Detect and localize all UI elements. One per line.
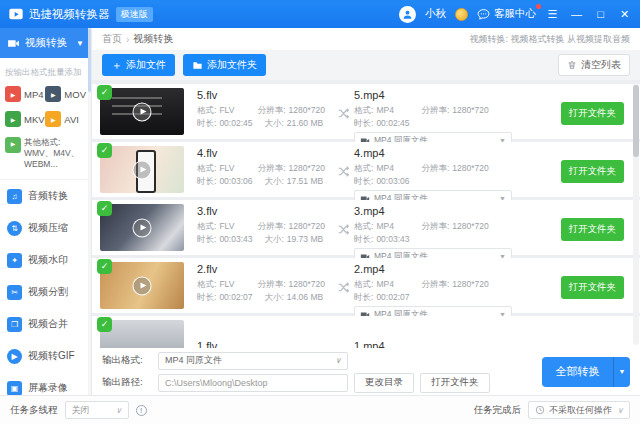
open-folder-button[interactable]: 打开文件夹 bbox=[561, 276, 625, 299]
check-icon[interactable]: ✓ bbox=[97, 85, 112, 100]
sidebar-item-video-to-gif[interactable]: ▶ 视频转GIF bbox=[0, 340, 91, 372]
value: FLV bbox=[219, 162, 254, 175]
close-icon[interactable]: ✕ bbox=[617, 8, 632, 21]
sidebar-item-video-watermark[interactable]: ✦ 视频水印 bbox=[0, 244, 91, 276]
shuffle-arrows-icon bbox=[332, 107, 354, 120]
label: 时长: bbox=[354, 117, 373, 130]
sidebar-scrollbar[interactable] bbox=[88, 28, 91, 395]
statusbar: 任务多线程 关闭 ∨ ! 任务完成后 不采取任何操作 ∨ bbox=[0, 395, 640, 424]
check-icon[interactable]: ✓ bbox=[97, 317, 112, 332]
sidebar-item-video-compress[interactable]: ⇅ 视频压缩 bbox=[0, 212, 91, 244]
on-complete-select[interactable]: 不采取任何操作 ∨ bbox=[528, 401, 630, 419]
video-merge-icon: ❒ bbox=[7, 317, 22, 332]
label: 分辨率: bbox=[258, 220, 286, 233]
breadcrumb-separator: › bbox=[126, 34, 129, 45]
label: 大小: bbox=[264, 175, 283, 188]
play-icon[interactable] bbox=[133, 102, 152, 121]
label: 分辨率: bbox=[421, 278, 449, 291]
user-avatar[interactable] bbox=[399, 6, 416, 23]
list-scrollbar[interactable] bbox=[633, 83, 639, 345]
label: 格式: bbox=[197, 278, 216, 291]
value: 1280*720 bbox=[289, 162, 325, 175]
value: 21.60 MB bbox=[287, 117, 323, 130]
app-window: 迅捷视频转换器 极速版 小秋 客服中心 ☰ — □ ✕ 视频转换 ▼ 按输出格式… bbox=[0, 0, 640, 424]
sidebar-item-audio-convert[interactable]: ♫ 音频转换 bbox=[0, 180, 91, 212]
check-icon[interactable]: ✓ bbox=[97, 201, 112, 216]
sidebar-item-label: 屏幕录像 bbox=[28, 381, 68, 395]
scrollbar-thumb[interactable] bbox=[633, 85, 639, 157]
menu-icon[interactable]: ☰ bbox=[545, 8, 560, 21]
breadcrumb-home[interactable]: 首页 bbox=[102, 32, 122, 46]
format-shortcut-other[interactable]: ▶ 其他格式: WMV、M4V、WEBM... bbox=[0, 127, 91, 170]
notification-dot-icon bbox=[536, 4, 541, 9]
breadcrumb-current: 视频转换 bbox=[133, 32, 173, 46]
add-folder-button[interactable]: 添加文件夹 bbox=[183, 54, 266, 76]
value: 00:02:45 bbox=[219, 117, 261, 130]
target-file-name: 4.mp4 bbox=[354, 146, 522, 160]
other-format-file-icon: ▶ bbox=[5, 137, 21, 153]
service-center-button[interactable]: 客服中心 bbox=[477, 7, 536, 21]
label: 时长: bbox=[197, 233, 216, 246]
batch-add-hint: 按输出格式批量添加 bbox=[0, 58, 91, 82]
format-label: MP4 bbox=[24, 89, 44, 100]
target-file-name: 2.mp4 bbox=[354, 262, 522, 276]
open-folder-button[interactable]: 打开文件夹 bbox=[561, 102, 625, 125]
video-thumbnail bbox=[100, 88, 184, 135]
info-icon[interactable]: ! bbox=[136, 405, 147, 416]
output-path-field[interactable]: C:\Users\Mloong\Desktop bbox=[158, 374, 348, 392]
video-thumbnail bbox=[100, 146, 184, 193]
avi-file-icon: ▶ bbox=[45, 111, 61, 127]
vip-coin-icon[interactable] bbox=[455, 8, 468, 21]
sidebar-item-label: 视频压缩 bbox=[28, 221, 68, 235]
open-folder-button[interactable]: 打开文件夹 bbox=[561, 218, 625, 241]
value: 00:03:06 bbox=[219, 175, 261, 188]
label: 大小: bbox=[264, 233, 283, 246]
maximize-icon[interactable]: □ bbox=[593, 8, 608, 20]
open-output-folder-button[interactable]: 打开文件夹 bbox=[420, 373, 490, 393]
check-icon[interactable]: ✓ bbox=[97, 259, 112, 274]
file-row: ✓ 2.flv 格式:FLV分辨率:1280*720 时长:00:02:07大小… bbox=[92, 258, 640, 313]
value: MP4 bbox=[376, 104, 418, 117]
source-file-name: 1.flv bbox=[197, 339, 332, 349]
add-file-button[interactable]: ＋ 添加文件 bbox=[102, 54, 175, 76]
label: 时长: bbox=[197, 175, 216, 188]
value: FLV bbox=[219, 104, 254, 117]
play-icon[interactable] bbox=[133, 218, 152, 237]
change-directory-button[interactable]: 更改目录 bbox=[354, 373, 414, 393]
select-value: 关闭 bbox=[72, 404, 90, 417]
output-format-select[interactable]: MP4 同原文件 ∨ bbox=[158, 352, 348, 370]
label: 大小: bbox=[264, 117, 283, 130]
username[interactable]: 小秋 bbox=[425, 7, 446, 21]
chevron-down-icon[interactable]: ▼ bbox=[613, 357, 630, 387]
format-shortcut-mp4[interactable]: ▶ MP4 bbox=[5, 86, 45, 102]
check-icon[interactable]: ✓ bbox=[97, 143, 112, 158]
convert-all-button[interactable]: 全部转换 ▼ bbox=[542, 357, 630, 387]
sidebar-item-video-convert[interactable]: 视频转换 ▼ bbox=[0, 28, 91, 58]
chevron-down-icon: ∨ bbox=[617, 406, 623, 415]
open-folder-button[interactable]: 打开文件夹 bbox=[561, 160, 625, 183]
minimize-icon[interactable]: — bbox=[569, 8, 584, 20]
format-shortcut-avi[interactable]: ▶ AVI bbox=[45, 111, 86, 127]
value: 1280*720 bbox=[289, 278, 325, 291]
play-icon[interactable] bbox=[133, 276, 152, 295]
label: 分辨率: bbox=[258, 162, 286, 175]
format-shortcut-mkv[interactable]: ▶ MKV bbox=[5, 111, 45, 127]
play-icon[interactable] bbox=[133, 160, 152, 179]
screen-record-icon: ▣ bbox=[7, 381, 22, 396]
multithread-select[interactable]: 关闭 ∨ bbox=[65, 401, 129, 419]
target-file-name: 1.mp4 bbox=[354, 339, 522, 349]
other-formats-label: 其他格式: WMV、M4V、WEBM... bbox=[24, 137, 86, 170]
format-shortcut-mov[interactable]: ▶ MOV bbox=[45, 86, 86, 102]
source-file-name: 3.flv bbox=[197, 204, 332, 218]
sidebar-item-video-split[interactable]: ✂ 视频分割 bbox=[0, 276, 91, 308]
value: 00:02:07 bbox=[376, 291, 418, 304]
target-file-name: 5.mp4 bbox=[354, 88, 522, 102]
sidebar-item-video-merge[interactable]: ❒ 视频合并 bbox=[0, 308, 91, 340]
value: 00:03:43 bbox=[219, 233, 261, 246]
scrollbar-thumb[interactable] bbox=[88, 28, 91, 92]
value: FLV bbox=[219, 220, 254, 233]
source-file-name: 2.flv bbox=[197, 262, 332, 276]
button-label: 清空列表 bbox=[581, 58, 621, 72]
chevron-down-icon: ∨ bbox=[116, 406, 122, 415]
clear-list-button[interactable]: 清空列表 bbox=[558, 54, 630, 76]
